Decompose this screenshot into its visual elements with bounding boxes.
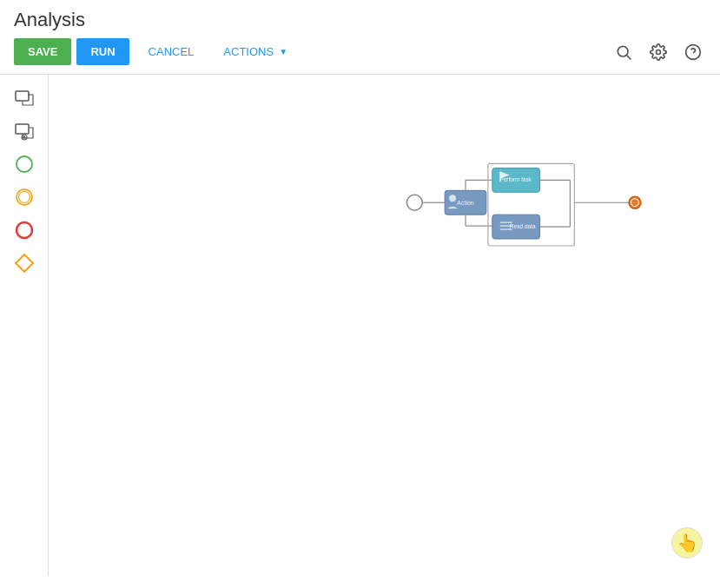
start-event-icon (15, 155, 34, 174)
svg-marker-15 (16, 254, 33, 272)
svg-point-0 (618, 46, 628, 56)
help-icon (684, 43, 702, 61)
search-button[interactable] (611, 39, 637, 65)
sidebar-item-intermediate-event[interactable] (8, 184, 41, 210)
svg-point-11 (17, 156, 32, 172)
start-node (406, 195, 422, 210)
action-node-icon (449, 195, 456, 202)
svg-rect-7 (16, 124, 29, 134)
svg-point-2 (657, 50, 661, 54)
toolbar-right (611, 39, 706, 65)
svg-rect-5 (16, 91, 29, 101)
settings-button[interactable] (645, 39, 671, 65)
sidebar-item-start-event[interactable] (8, 151, 41, 177)
svg-line-1 (627, 55, 631, 59)
actions-button[interactable]: ACTIONS ▼ (213, 38, 298, 65)
perform-task-label: Perform task (499, 176, 532, 182)
read-data-label: Read data (510, 223, 536, 229)
sidebar-item-task[interactable] (8, 85, 41, 111)
header: Analysis SAVE RUN CANCEL ACTIONS ▼ (0, 0, 720, 75)
sidebar-item-end-event[interactable] (8, 217, 41, 243)
intermediate-event-icon (15, 188, 34, 207)
app-title: Analysis (14, 9, 706, 31)
sidebar (0, 75, 49, 576)
cancel-button[interactable]: CANCEL (135, 38, 208, 65)
sidebar-item-gateway[interactable] (8, 250, 41, 276)
end-node-inner (631, 199, 639, 207)
search-icon (615, 43, 632, 61)
svg-point-13 (18, 192, 30, 203)
action-node-label: Action (457, 200, 473, 206)
gateway-icon (15, 254, 34, 273)
task-shape-icon (15, 89, 34, 108)
dropdown-caret-icon: ▼ (279, 47, 287, 56)
end-event-icon (15, 221, 34, 240)
cursor-icon: 👆 (677, 532, 698, 553)
main-area: Action Perform task Read data (0, 75, 720, 576)
canvas[interactable]: Action Perform task Read data (49, 75, 720, 576)
subprocess-shape-icon (15, 122, 34, 141)
toolbar: SAVE RUN CANCEL ACTIONS ▼ (14, 38, 706, 74)
sidebar-item-subprocess[interactable] (8, 118, 41, 144)
run-button[interactable]: RUN (76, 38, 129, 65)
cursor-indicator: 👆 (671, 527, 703, 558)
gear-icon (650, 43, 667, 61)
svg-point-14 (17, 222, 32, 238)
save-button[interactable]: SAVE (14, 38, 71, 65)
help-button[interactable] (680, 39, 706, 65)
diagram-svg: Action Perform task Read data (49, 75, 720, 576)
